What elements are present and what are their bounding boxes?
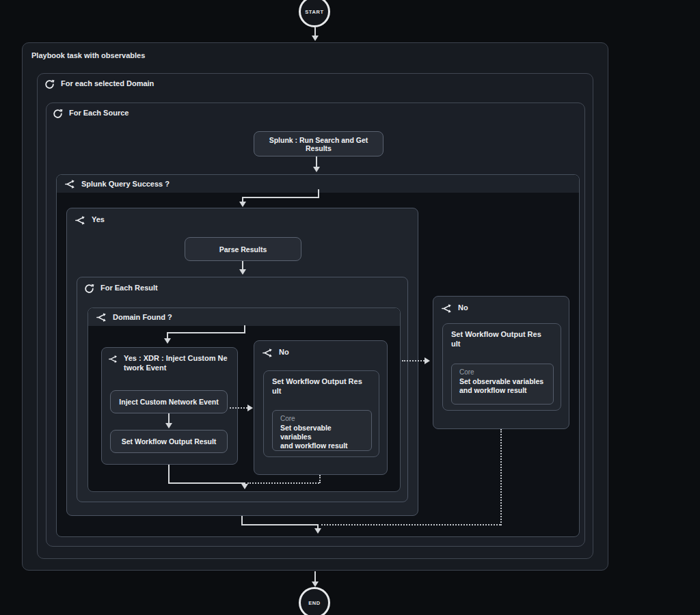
branch-no-outer-header[interactable]: No bbox=[442, 303, 468, 314]
connector-domainfound-yes bbox=[167, 332, 245, 333]
connector-playbook-end bbox=[314, 571, 316, 582]
branch-yes-xdr-label: Yes : XDR : Inject Custom Ne twork Event bbox=[124, 354, 228, 373]
card-set-workflow-output-title: Set Workflow Output Res ult bbox=[272, 377, 362, 396]
loop-icon bbox=[44, 79, 55, 90]
start-label: START bbox=[305, 9, 323, 15]
task-inject-custom-network-event[interactable]: Inject Custom Network Event bbox=[110, 390, 228, 413]
decision-domain-found-header[interactable]: Domain Found ? bbox=[88, 308, 400, 326]
branch-icon bbox=[75, 215, 85, 226]
loop-each-source-label: For Each Source bbox=[69, 109, 129, 118]
connector-merge-domainfound bbox=[168, 465, 170, 484]
connector-no-outer-merge-dotted bbox=[321, 524, 500, 525]
branch-no-inner-label: No bbox=[279, 348, 289, 357]
task-parse-results[interactable]: Parse Results bbox=[185, 237, 301, 261]
branch-yes-xdr-header[interactable]: Yes : XDR : Inject Custom Ne twork Event bbox=[109, 354, 230, 373]
branch-no-outer-container[interactable]: No Set Workflow Output Res ult Core Set … bbox=[433, 296, 569, 429]
arrowhead-down bbox=[164, 338, 171, 344]
core-app-label: Core bbox=[280, 415, 364, 422]
connector-domainfound-no-dotted bbox=[402, 360, 425, 361]
decision-domain-found-label: Domain Found ? bbox=[113, 313, 172, 321]
connector-no-outer-merge-dotted bbox=[500, 429, 502, 525]
branch-no-inner-header[interactable]: No bbox=[262, 348, 289, 358]
core-action-text: Set observable variables and workflow re… bbox=[280, 424, 364, 450]
core-action-text: Set observable variables and workflow re… bbox=[459, 377, 546, 395]
branch-icon bbox=[65, 179, 75, 189]
arrowhead-down bbox=[312, 36, 319, 41]
core-action-card[interactable]: Core Set observable variables and workfl… bbox=[272, 410, 372, 451]
loop-each-result-label: For Each Result bbox=[100, 284, 158, 293]
connector-no-inner-merge-dotted bbox=[247, 482, 319, 484]
arrowhead-down bbox=[239, 269, 246, 275]
branch-icon bbox=[442, 303, 452, 314]
arrowhead-right bbox=[247, 405, 253, 411]
card-set-workflow-output[interactable]: Set Workflow Output Res ult Core Set obs… bbox=[442, 323, 561, 411]
branch-yes-header[interactable]: Yes bbox=[75, 215, 105, 226]
loop-each-domain-header[interactable]: For each selected Domain bbox=[44, 79, 154, 90]
connector-merge-domainfound bbox=[168, 482, 245, 484]
core-app-label: Core bbox=[459, 368, 546, 376]
branch-icon bbox=[96, 312, 107, 323]
branch-icon bbox=[109, 355, 118, 364]
card-set-workflow-output[interactable]: Set Workflow Output Res ult Core Set obs… bbox=[263, 370, 379, 457]
playbook-title: Playbook task with observables bbox=[31, 51, 145, 59]
core-action-card[interactable]: Core Set observable variables and workfl… bbox=[451, 364, 554, 405]
task-splunk-run-search[interactable]: Splunk : Run Search and Get Results bbox=[254, 131, 383, 156]
arrowhead-down bbox=[312, 582, 319, 587]
arrowhead-down bbox=[239, 202, 246, 207]
loop-icon bbox=[53, 109, 63, 119]
branch-no-inner-container[interactable]: No Set Workflow Output Res ult Core Set … bbox=[254, 340, 388, 475]
branch-no-outer-label: No bbox=[458, 303, 468, 313]
arrowhead-down bbox=[165, 423, 172, 428]
connector-no-inner-merge-dotted bbox=[319, 475, 321, 483]
connector-decision-yes bbox=[243, 197, 319, 198]
branch-yes-label: Yes bbox=[92, 215, 105, 225]
task-set-workflow-output-result[interactable]: Set Workflow Output Result bbox=[110, 430, 228, 453]
arrowhead-right bbox=[425, 357, 430, 364]
arrowhead-down bbox=[241, 484, 248, 489]
branch-icon bbox=[262, 348, 273, 358]
loop-each-result-header[interactable]: For Each Result bbox=[84, 284, 158, 294]
loop-each-domain-label: For each selected Domain bbox=[61, 79, 154, 89]
start-node[interactable]: START bbox=[299, 0, 330, 27]
loop-each-source-header[interactable]: For Each Source bbox=[53, 109, 129, 119]
connector-splunk-decision bbox=[316, 156, 317, 167]
decision-splunk-query-success-label: Splunk Query Success ? bbox=[81, 180, 170, 188]
workflow-canvas: START Playbook task with observables For… bbox=[0, 0, 700, 615]
end-label: END bbox=[308, 600, 321, 606]
end-node[interactable]: END bbox=[299, 587, 330, 615]
connector-inject-setwf bbox=[168, 413, 170, 424]
loop-icon bbox=[84, 284, 94, 294]
connector-yes-merge bbox=[241, 524, 319, 525]
arrowhead-down bbox=[313, 167, 320, 172]
arrowhead-down bbox=[314, 528, 321, 534]
connector-inject-no-dotted bbox=[230, 407, 247, 409]
card-set-workflow-output-title: Set Workflow Output Res ult bbox=[451, 330, 541, 349]
